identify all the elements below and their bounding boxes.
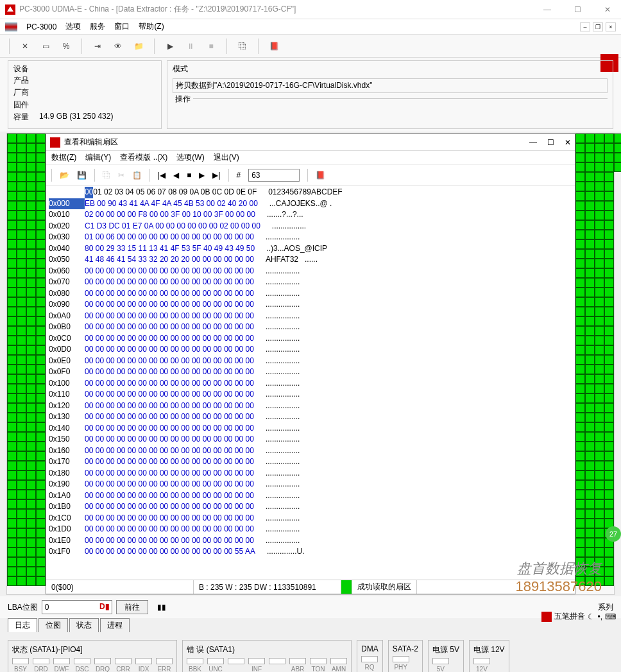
main-toolbar: ✕ ▭ % ⇥ 👁 📁 ▶ ⏸ ■ ⿻ 📕 bbox=[0, 35, 621, 58]
tools-icon[interactable]: ✕ bbox=[17, 39, 33, 54]
prev-icon[interactable]: ◀ bbox=[173, 171, 179, 180]
notification-badge[interactable]: 27 bbox=[606, 526, 621, 542]
go-button[interactable]: 前往 bbox=[116, 600, 148, 614]
hex-close-button[interactable]: ✕ bbox=[565, 138, 571, 147]
sector-map-area: 查看和编辑扇区 — ☐ ✕ 数据(Z) 编辑(Y) 查看模版 ..(X) 选项(… bbox=[6, 133, 615, 595]
hex-status-bwdw: B : 235 W : 235 DW : 1133510891 bbox=[194, 580, 341, 594]
status-group-err: 错 误 (SATA1)BBKUNCINFABRTONAMN bbox=[182, 640, 352, 672]
mdi-restore-button[interactable]: ❐ bbox=[593, 22, 603, 31]
bottom-tabs: 日志 位图 状态 进程 bbox=[0, 618, 621, 632]
menu-pc3000[interactable]: PC-3000 bbox=[26, 22, 56, 31]
copy-icon[interactable]: ⿻ bbox=[235, 39, 250, 54]
lba-bar: LBA位图 D▮ 前往 ▮▮ 系列 bbox=[0, 596, 621, 618]
hex-toolbar: 📂 💾 ⿻ ✂ 📋 |◀ ◀ ■ ▶ ▶| # 📕 bbox=[46, 165, 575, 185]
hex-status-message: 成功读取的扇区 bbox=[352, 580, 417, 594]
ime-keyboard-icon: ⌨ bbox=[605, 612, 616, 621]
stop-icon[interactable]: ■ bbox=[187, 171, 191, 180]
lba-flag-icon: D▮ bbox=[99, 602, 110, 611]
mode-value: 拷贝数据到"A:\2019\2019-0717-16G-CF\VirtualDi… bbox=[176, 80, 372, 91]
status-group-sata1: 状态 (SATA1)-[PIO4]BSYDRDDWFDSCDRQCRRIDXER… bbox=[8, 640, 177, 672]
hex-statusbar: 0($00) B : 235 W : 235 DW : 1133510891 成… bbox=[46, 580, 575, 594]
tab-process[interactable]: 进程 bbox=[100, 618, 130, 632]
binoculars-icon[interactable]: 👁 bbox=[110, 39, 126, 54]
percent-icon[interactable]: % bbox=[58, 39, 74, 54]
status-group-p12v: 电源 12V12V bbox=[469, 640, 509, 672]
stop-icon[interactable]: ■ bbox=[203, 39, 219, 54]
copy-icon[interactable]: ⿻ bbox=[103, 171, 110, 180]
vendor-label: 厂商 bbox=[13, 87, 39, 98]
hex-app-icon bbox=[50, 137, 60, 148]
goto-icon[interactable]: # bbox=[237, 171, 241, 180]
hex-window-title: 查看和编辑扇区 bbox=[64, 137, 529, 148]
operation-label: 操作 bbox=[173, 94, 193, 105]
capacity-label: 容量 bbox=[13, 112, 39, 123]
hex-exit-icon[interactable]: 📕 bbox=[316, 171, 325, 180]
ime-label: 五笔拼音 bbox=[554, 611, 585, 622]
export-icon[interactable]: ⇥ bbox=[90, 39, 105, 54]
hex-menu-edit[interactable]: 编辑(Y) bbox=[85, 152, 111, 163]
menu-options[interactable]: 选项 bbox=[65, 21, 81, 32]
folder-icon[interactable]: 📁 bbox=[131, 39, 146, 54]
exit-icon[interactable]: 📕 bbox=[266, 39, 282, 54]
menu-help[interactable]: 帮助(Z) bbox=[139, 21, 164, 32]
device-icon[interactable]: ▭ bbox=[38, 39, 53, 54]
status-panels: 状态 (SATA1)-[PIO4]BSYDRDDWFDSCDRQCRRIDXER… bbox=[0, 637, 621, 672]
ime-icon bbox=[541, 612, 552, 622]
minimize-button[interactable]: — bbox=[538, 5, 556, 14]
hex-menubar: 数据(Z) 编辑(Y) 查看模版 ..(X) 选项(W) 退出(V) bbox=[46, 151, 575, 165]
hex-menu-options[interactable]: 选项(W) bbox=[176, 152, 204, 163]
mdi-close-button[interactable]: × bbox=[606, 22, 616, 31]
capacity-value: 14.9 GB (31 250 432) bbox=[39, 112, 113, 123]
ime-bar[interactable]: 五笔拼音 ☾ •, ⌨ bbox=[541, 611, 616, 622]
tab-log[interactable]: 日志 bbox=[8, 618, 37, 632]
product-label: 产品 bbox=[13, 75, 39, 86]
main-titlebar: PC-3000 UDMA-E - China - [Data Extractor… bbox=[0, 0, 621, 19]
status-group-sata2: SATA-2PHY bbox=[388, 640, 423, 672]
first-icon[interactable]: |◀ bbox=[158, 171, 166, 180]
maximize-button[interactable]: ☐ bbox=[569, 5, 586, 14]
sector-map-left[interactable] bbox=[7, 134, 46, 594]
mode-label: 模式 bbox=[173, 64, 608, 74]
watermark: 盘首数据恢复 18913587620 bbox=[515, 559, 602, 595]
save-icon[interactable]: 💾 bbox=[77, 171, 87, 180]
hex-menu-template[interactable]: 查看模版 ..(X) bbox=[120, 152, 167, 163]
device-label: 设备 bbox=[13, 64, 156, 74]
info-panel: 设备 产品 厂商 固件 容量14.9 GB (31 250 432) 模式 拷贝… bbox=[0, 58, 621, 132]
paste-icon[interactable]: 📋 bbox=[132, 171, 142, 180]
mdi-minimize-button[interactable]: – bbox=[580, 22, 590, 31]
hex-minimize-button[interactable]: — bbox=[529, 138, 537, 147]
hex-view[interactable]: 00 01 02 03 04 05 06 07 08 09 0A 0B 0C 0… bbox=[46, 185, 575, 580]
watermark-phone: 18913587620 bbox=[515, 578, 602, 595]
last-icon[interactable]: ▶| bbox=[212, 171, 220, 180]
ime-dot-icon: •, bbox=[597, 612, 602, 621]
toolbar-icon bbox=[5, 22, 17, 31]
status-group-p5v: 电源 5V5V bbox=[428, 640, 464, 672]
menu-window[interactable]: 窗口 bbox=[114, 21, 130, 32]
tab-bitmap[interactable]: 位图 bbox=[38, 618, 68, 632]
app-icon bbox=[5, 4, 15, 15]
pause-icon[interactable]: ▮▮ bbox=[157, 603, 166, 612]
main-menubar: PC-3000 选项 服务 窗口 帮助(Z) – ❐ × bbox=[0, 19, 621, 35]
sector-map-right[interactable] bbox=[575, 134, 614, 594]
hex-maximize-button[interactable]: ☐ bbox=[547, 138, 554, 147]
firmware-label: 固件 bbox=[13, 99, 39, 110]
watermark-text: 盘首数据恢复 bbox=[515, 559, 602, 578]
hex-menu-data[interactable]: 数据(Z) bbox=[51, 152, 76, 163]
ime-moon-icon: ☾ bbox=[588, 612, 595, 621]
sector-input[interactable] bbox=[248, 169, 300, 182]
window-title: PC-3000 UDMA-E - China - [Data Extractor… bbox=[19, 4, 538, 15]
next-icon[interactable]: ▶ bbox=[199, 171, 205, 180]
pause-icon[interactable]: ⏸ bbox=[183, 39, 198, 54]
hex-editor-window: 查看和编辑扇区 — ☐ ✕ 数据(Z) 编辑(Y) 查看模版 ..(X) 选项(… bbox=[46, 134, 575, 594]
close-button[interactable]: ✕ bbox=[599, 5, 616, 14]
hex-menu-exit[interactable]: 退出(V) bbox=[214, 152, 239, 163]
menu-service[interactable]: 服务 bbox=[90, 21, 105, 32]
open-icon[interactable]: 📂 bbox=[60, 171, 69, 180]
lba-label: LBA位图 bbox=[8, 602, 38, 613]
cut-icon[interactable]: ✂ bbox=[118, 171, 124, 180]
play-icon[interactable]: ▶ bbox=[162, 39, 178, 54]
status-group-dma: DMARQ bbox=[357, 640, 383, 672]
tab-status[interactable]: 状态 bbox=[69, 618, 99, 632]
hex-status-offset: 0($00) bbox=[46, 580, 194, 594]
